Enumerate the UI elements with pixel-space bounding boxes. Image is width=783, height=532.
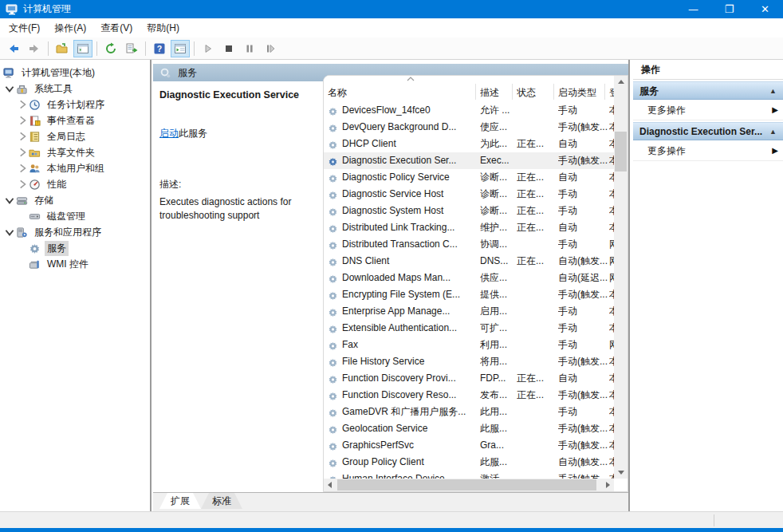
refresh-button[interactable] (101, 40, 120, 57)
menu-item-0[interactable]: 文件(F) (2, 19, 47, 37)
service-row[interactable]: Enterprise App Manage...启用...手动本 (324, 303, 614, 320)
tree-item-disk-management[interactable]: 磁盘管理 (0, 208, 150, 224)
tree-item-performance[interactable]: 性能 (0, 176, 150, 192)
column-header-1[interactable]: 描述 (480, 86, 515, 100)
column-header-3[interactable]: 启动类型 (558, 86, 608, 100)
scroll-right-icon[interactable] (606, 482, 610, 488)
tab-standard[interactable]: 标准 (201, 493, 242, 509)
show-console-tree-button[interactable] (73, 40, 92, 57)
service-row[interactable]: DevicesFlow_14fce0允许 ...手动本 (324, 102, 614, 119)
maximize-button[interactable]: ❐ (711, 0, 747, 18)
service-row[interactable]: Diagnostic System Host诊断...正在...手动本 (324, 203, 614, 219)
console-window-icon (77, 42, 89, 55)
service-row[interactable]: Function Discovery Provi...FDP...正在...自动… (324, 370, 614, 387)
chevron-down-icon[interactable] (3, 194, 16, 207)
tree-item-task-scheduler[interactable]: 任务计划程序 (0, 97, 150, 112)
service-name-text: Distributed Transaction C... (342, 236, 458, 253)
menu-bar: 文件(F)操作(A)查看(V)帮助(H) (0, 18, 783, 37)
services-icon (29, 242, 41, 254)
service-row[interactable]: GameDVR 和广播用户服务...此用...手动本 (324, 404, 614, 420)
horizontal-scroll-thumb[interactable] (337, 479, 596, 491)
service-row[interactable]: Fax利用...手动网 (324, 337, 614, 353)
actions-section-title: Diagnostic Execution Ser... (639, 126, 762, 137)
service-row[interactable]: Distributed Transaction C...协调...手动网 (324, 236, 614, 253)
service-row[interactable]: Human Interface Device激活手动(触发...本 (324, 471, 614, 479)
chevron-right-icon[interactable] (16, 98, 29, 111)
service-row[interactable]: File History Service将用...手动(触发...本 (324, 353, 614, 370)
tree-item-storage[interactable]: 存储 (0, 192, 150, 208)
tree-item-computer-management-root[interactable]: 计算机管理(本地) (0, 65, 150, 81)
chevron-right-icon[interactable] (16, 114, 29, 127)
vertical-scrollbar[interactable] (614, 76, 628, 479)
action-item-more-actions-diagnostic-execution-service[interactable]: 更多操作▶ (633, 140, 783, 161)
chevron-right-icon[interactable] (16, 178, 29, 191)
collapse-section-icon[interactable]: ▲ (769, 123, 777, 140)
scroll-down-icon[interactable] (618, 471, 624, 475)
chevron-down-icon[interactable] (3, 82, 16, 95)
minimize-button[interactable]: — (675, 0, 711, 18)
forward-button[interactable] (25, 40, 44, 57)
service-row[interactable]: Distributed Link Tracking...维护...正在...自动… (324, 219, 614, 236)
folder-button[interactable] (53, 40, 72, 57)
service-desc-cell: 提供... (480, 286, 515, 303)
service-row[interactable]: DHCP Client为此...正在...自动本 (324, 136, 614, 152)
help-button[interactable]: ? (150, 40, 169, 57)
service-row[interactable]: Diagnostic Service Host诊断...正在...手动本 (324, 186, 614, 203)
service-name-cell: Fax (328, 337, 476, 353)
column-separator[interactable] (512, 84, 513, 100)
service-row[interactable]: DNS ClientDNS...正在...自动(触发...网 (324, 253, 614, 270)
service-row[interactable]: Function Discovery Reso...发布...正在...手动(触… (324, 387, 614, 404)
tree-item-system-tools[interactable]: 系统工具 (0, 81, 150, 97)
chevron-right-icon[interactable] (16, 146, 29, 159)
actions-section-header-diagnostic-execution-service[interactable]: Diagnostic Execution Ser...▲ (633, 122, 783, 140)
column-separator[interactable] (553, 84, 554, 100)
chevron-right-icon[interactable] (16, 130, 29, 143)
service-row[interactable]: Geolocation Service此服...手动(触发...本 (324, 420, 614, 437)
tree-item-shared-folders[interactable]: 共享文件夹 (0, 144, 150, 160)
close-button[interactable]: ✕ (747, 0, 783, 18)
service-row[interactable]: DevQuery Background D...使应...手动(触发...本 (324, 119, 614, 136)
menu-item-1[interactable]: 操作(A) (47, 19, 93, 37)
action-item-more-actions-services[interactable]: 更多操作▶ (633, 100, 783, 120)
column-separator[interactable] (475, 84, 476, 100)
tree-item-global-log[interactable]: 全局日志 (0, 128, 150, 144)
chevron-right-icon[interactable] (16, 162, 29, 175)
column-header-0[interactable]: 名称 (328, 86, 476, 100)
start-service-link[interactable]: 启动 (159, 128, 179, 139)
tree-item-event-viewer[interactable]: !事件查看器 (0, 112, 150, 128)
forward-icon (28, 42, 41, 55)
tree-item-label: WMI 控件 (45, 257, 91, 272)
restart-service-button[interactable] (261, 40, 280, 57)
actions-section-header-services[interactable]: 服务▲ (633, 81, 783, 100)
stop-service-button[interactable] (219, 40, 238, 57)
service-row[interactable]: Group Policy Client此服...自动(触发...本 (324, 454, 614, 471)
service-startup-cell: 自动 (558, 169, 608, 186)
service-row[interactable]: Diagnostic Policy Service诊断...正在...自动本 (324, 169, 614, 186)
column-header-2[interactable]: 状态 (517, 86, 557, 100)
tree-item-wmi-control[interactable]: WMI 控件 (0, 256, 150, 272)
back-button[interactable] (4, 40, 23, 57)
start-service-button[interactable] (199, 40, 218, 57)
tree-item-local-users-groups[interactable]: 本地用户和组 (0, 160, 150, 176)
pause-service-button[interactable] (240, 40, 259, 57)
scroll-up-icon[interactable] (618, 80, 624, 84)
service-row[interactable]: Extensible Authentication...可扩...手动本 (324, 320, 614, 337)
service-row[interactable]: GraphicsPerfSvcGra...手动(触发...本 (324, 437, 614, 454)
tree-item-services-and-applications[interactable]: 服务和应用程序 (0, 224, 150, 240)
service-row[interactable]: Encrypting File System (E...提供...手动(触发..… (324, 286, 614, 303)
service-row[interactable]: Downloaded Maps Man...供应...自动(延迟...网 (324, 270, 614, 286)
column-separator[interactable] (604, 84, 605, 100)
chevron-down-icon[interactable] (3, 226, 16, 238)
vertical-scroll-thumb[interactable] (615, 132, 627, 171)
service-row[interactable]: Diagnostic Execution Ser...Exec...手动(触发.… (324, 152, 614, 169)
collapse-section-icon[interactable]: ▲ (769, 82, 777, 100)
export-list-button[interactable] (122, 40, 141, 57)
menu-item-3[interactable]: 帮助(H) (140, 19, 187, 37)
service-status-cell (517, 454, 557, 471)
tree-item-services[interactable]: 服务 (0, 240, 150, 256)
scroll-left-icon[interactable] (328, 482, 332, 488)
horizontal-scrollbar[interactable] (324, 479, 614, 491)
show-action-pane-button[interactable] (171, 40, 190, 57)
tab-extended[interactable]: 扩展 (159, 493, 201, 509)
menu-item-2[interactable]: 查看(V) (93, 19, 140, 37)
